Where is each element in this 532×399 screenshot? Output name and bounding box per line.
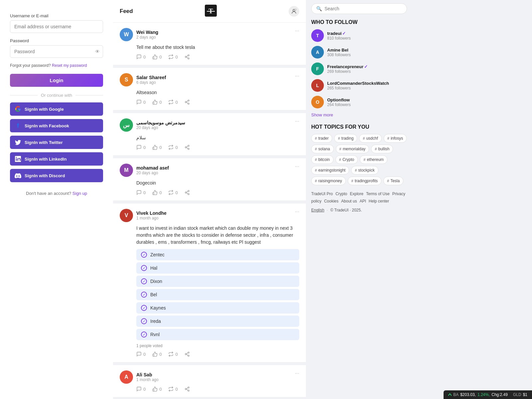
- like-button[interactable]: 0: [152, 190, 162, 195]
- repost-button[interactable]: 0: [168, 54, 178, 60]
- repost-button[interactable]: 0: [168, 190, 178, 195]
- poll-option[interactable]: ✓ Dixon: [136, 276, 299, 287]
- follow-name[interactable]: LordCommanderStocksWatch: [327, 81, 389, 86]
- post-user-info: Ali Sab 1 month ago: [136, 372, 159, 382]
- svg-point-11: [185, 101, 187, 103]
- post-more-button[interactable]: ···: [295, 164, 299, 170]
- topic-tag[interactable]: #trader: [311, 134, 332, 143]
- topic-tag[interactable]: #trading: [334, 134, 357, 143]
- twitter-signin-button[interactable]: SignIn with Twitter: [10, 136, 103, 149]
- post-more-button[interactable]: ···: [295, 209, 299, 215]
- repost-count: 0: [175, 387, 178, 392]
- like-button[interactable]: 0: [152, 54, 162, 60]
- username-input[interactable]: [10, 20, 103, 33]
- topic-tag[interactable]: #tradingprofits: [348, 177, 382, 185]
- topic-tag[interactable]: #usdchf: [359, 134, 381, 143]
- comment-button[interactable]: 0: [136, 145, 146, 150]
- topic-tag[interactable]: #ethereum: [360, 155, 387, 164]
- post-more-button[interactable]: ···: [295, 28, 299, 34]
- share-button[interactable]: [185, 190, 190, 195]
- topic-tag[interactable]: #Tesla: [383, 177, 403, 185]
- topic-tag[interactable]: #memorialday: [336, 145, 369, 153]
- footer-link[interactable]: TradeUI Pro: [311, 192, 333, 196]
- footer-link[interactable]: Explore: [350, 192, 363, 196]
- post-username[interactable]: Vivek Londhe: [136, 210, 167, 216]
- comment-button[interactable]: 0: [136, 99, 146, 105]
- comment-button[interactable]: 0: [136, 54, 146, 60]
- poll-option[interactable]: ✓ Zentec: [136, 249, 299, 260]
- share-button[interactable]: [185, 386, 190, 392]
- post-username[interactable]: سیدمرتض موسویجاسمی: [136, 120, 185, 125]
- post-actions: 0 0 0: [136, 145, 299, 150]
- topic-tag[interactable]: #stockpick: [351, 166, 378, 175]
- footer-link[interactable]: About us: [341, 199, 357, 203]
- topic-tag[interactable]: #earningstonight: [311, 166, 349, 175]
- signup-link[interactable]: Sign up: [72, 191, 87, 196]
- poll-option[interactable]: ✓ Ireda: [136, 316, 299, 327]
- svg-point-6: [185, 56, 187, 58]
- post-username[interactable]: Wei Wang: [136, 30, 158, 35]
- reset-password-link[interactable]: Reset my password: [52, 63, 87, 68]
- post-user-info: Salar Shareef 6 days ago: [136, 75, 166, 85]
- post-more-button[interactable]: ···: [295, 370, 299, 376]
- comment-button[interactable]: 0: [136, 190, 146, 195]
- footer-links: TradeUI ProCryptoExploreTerms of UsePriv…: [311, 191, 407, 214]
- search-input[interactable]: [325, 6, 402, 11]
- toggle-password-icon[interactable]: 👁: [95, 49, 100, 54]
- password-label: Password: [10, 38, 103, 43]
- topic-tag[interactable]: #bullish: [371, 145, 393, 153]
- repost-button[interactable]: 0: [168, 145, 178, 150]
- share-button[interactable]: [185, 145, 190, 150]
- like-button[interactable]: 0: [152, 351, 162, 357]
- follow-count: 264 followers: [327, 102, 351, 107]
- topic-tag[interactable]: #bitcoin: [311, 155, 333, 164]
- login-button[interactable]: Login: [10, 74, 103, 87]
- repost-button[interactable]: 0: [168, 351, 178, 357]
- post-username[interactable]: Ali Sab: [136, 372, 159, 377]
- footer-link[interactable]: Terms of Use: [366, 192, 390, 196]
- repost-button[interactable]: 0: [168, 99, 178, 105]
- footer-link[interactable]: Cookies: [324, 199, 338, 203]
- post-header: س سیدمرتض موسویجاسمی 20 days ago ···: [120, 118, 299, 132]
- comment-button[interactable]: 0: [136, 386, 146, 392]
- google-signin-button[interactable]: SignIn with Google: [10, 102, 103, 116]
- topic-tag[interactable]: #solana: [311, 145, 334, 153]
- topic-tag[interactable]: #raisingmoney: [311, 177, 346, 185]
- like-button[interactable]: 0: [152, 99, 162, 105]
- poll-option[interactable]: ✓ Kaynes: [136, 302, 299, 314]
- follow-name[interactable]: Amine Bel: [327, 48, 351, 53]
- topic-tag[interactable]: #infosys: [384, 134, 407, 143]
- like-button[interactable]: 0: [152, 386, 162, 392]
- verified-badge: ✓: [342, 31, 346, 36]
- post-username[interactable]: Salar Shareef: [136, 75, 166, 80]
- password-input[interactable]: [10, 45, 103, 58]
- show-more-button[interactable]: Show more: [311, 112, 407, 117]
- footer-link[interactable]: API: [359, 199, 366, 203]
- footer-link[interactable]: Crypto: [335, 192, 347, 196]
- facebook-signin-button[interactable]: f SignIn with Facebook: [10, 119, 103, 132]
- profile-icon[interactable]: [289, 6, 299, 17]
- share-button[interactable]: [185, 99, 190, 105]
- follow-name[interactable]: tradeui✓: [327, 31, 351, 36]
- repost-button[interactable]: 0: [168, 386, 178, 392]
- poll-option[interactable]: ✓ Hal: [136, 262, 299, 274]
- poll-option[interactable]: ✓ Bel: [136, 289, 299, 300]
- post-more-button[interactable]: ···: [295, 73, 299, 79]
- topic-tag[interactable]: #Crypto: [335, 155, 358, 164]
- svg-point-7: [188, 58, 189, 59]
- follow-name[interactable]: Freelancepreneur✓: [327, 64, 368, 69]
- linkedin-signin-button[interactable]: SignIn with LinkedIn: [10, 152, 103, 166]
- like-button[interactable]: 0: [152, 145, 162, 150]
- comment-button[interactable]: 0: [136, 351, 146, 357]
- share-button[interactable]: [185, 351, 190, 357]
- poll-option[interactable]: ✓ Rvnl: [136, 329, 299, 340]
- follow-name[interactable]: Optionflow: [327, 97, 351, 102]
- comment-count: 0: [143, 100, 146, 105]
- footer-link[interactable]: Help center: [369, 199, 389, 203]
- post-more-button[interactable]: ···: [295, 118, 299, 124]
- share-button[interactable]: [185, 54, 190, 60]
- follow-count: 269 followers: [327, 69, 368, 74]
- discord-signin-button[interactable]: SignIn with Discord: [10, 169, 103, 182]
- post-username[interactable]: mohamad asef: [136, 165, 169, 171]
- svg-line-13: [186, 102, 188, 103]
